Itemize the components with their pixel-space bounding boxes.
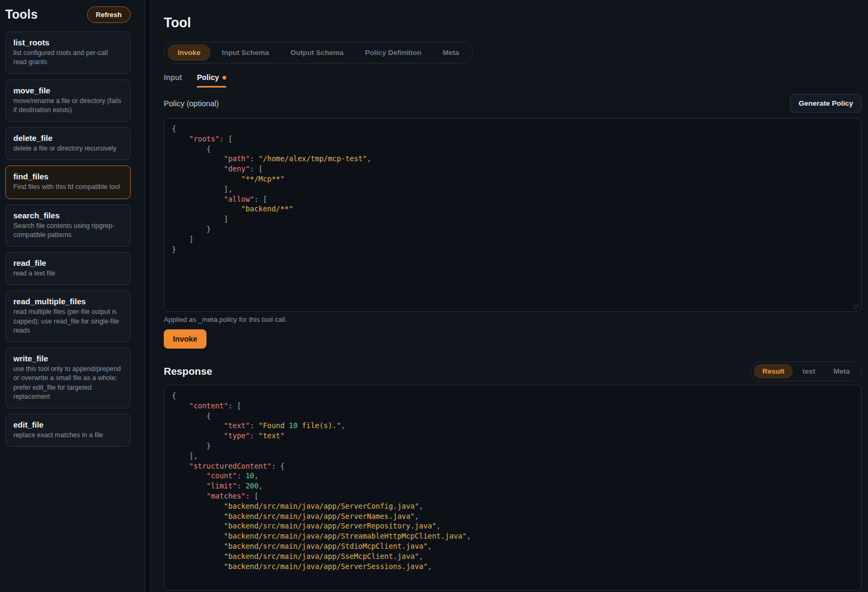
tab-input-schema[interactable]: Input Schema bbox=[212, 44, 280, 61]
response-view-meta[interactable]: Meta bbox=[825, 364, 858, 378]
subtab-label: Input bbox=[164, 73, 182, 82]
tool-description: use this tool only to append/prepend or … bbox=[13, 365, 123, 401]
sidebar-title: Tools bbox=[5, 7, 38, 22]
subtab-label: Policy bbox=[197, 73, 219, 82]
tool-name: delete_file bbox=[13, 133, 123, 143]
policy-section-label: Policy (optional) bbox=[164, 99, 219, 108]
policy-header-row: Policy (optional) Generate Policy bbox=[164, 94, 862, 113]
tab-output-schema[interactable]: Output Schema bbox=[280, 44, 354, 61]
tool-card-delete-file[interactable]: delete_filedelete a file or directory re… bbox=[5, 127, 131, 160]
tool-description: move/rename a file or directory (fails i… bbox=[13, 97, 123, 115]
tool-name: read_multiple_files bbox=[13, 297, 123, 306]
generate-policy-button[interactable]: Generate Policy bbox=[790, 94, 862, 113]
tool-name: find_files bbox=[13, 172, 123, 181]
subtab-policy[interactable]: Policy bbox=[197, 73, 226, 88]
invoke-button[interactable]: Invoke bbox=[164, 329, 206, 349]
response-header-row: Response ResulttextMeta bbox=[164, 361, 862, 381]
tool-card-read-file[interactable]: read_fileread a text file bbox=[5, 252, 131, 285]
response-view-result[interactable]: Result bbox=[754, 364, 793, 378]
tool-description: replace exact matches in a file bbox=[13, 431, 123, 440]
tool-name: edit_file bbox=[13, 420, 123, 429]
tool-card-edit-file[interactable]: edit_filereplace exact matches in a file bbox=[5, 414, 131, 447]
tool-name: write_file bbox=[13, 354, 123, 363]
tool-card-read-multiple-files[interactable]: read_multiple_filesread multiple files (… bbox=[5, 290, 131, 342]
tool-description: Search file contents using ripgrep-compa… bbox=[13, 222, 123, 240]
tool-card-list-roots[interactable]: list_rootslist configured roots and per-… bbox=[5, 31, 131, 74]
tool-name: list_roots bbox=[13, 38, 123, 47]
tool-card-move-file[interactable]: move_filemove/rename a file or directory… bbox=[5, 80, 131, 122]
tab-invoke[interactable]: Invoke bbox=[168, 44, 211, 61]
tab-meta[interactable]: Meta bbox=[433, 44, 469, 61]
response-output: { "content": [ { "text": "Found 10 file(… bbox=[164, 385, 862, 590]
tool-card-find-files[interactable]: find_filesFind files with this fd compat… bbox=[5, 165, 131, 199]
tool-description: delete a file or directory recursively bbox=[13, 144, 123, 153]
policy-editor-content[interactable]: { "roots": [ { "path": "/home/alex/tmp/m… bbox=[172, 124, 854, 254]
page-title: Tool bbox=[164, 15, 862, 30]
response-view-toggle: ResulttextMeta bbox=[751, 361, 862, 381]
tool-tab-bar: InvokeInput SchemaOutput SchemaPolicy De… bbox=[164, 42, 473, 64]
tool-name: move_file bbox=[13, 86, 123, 95]
sidebar-header: Tools Refresh bbox=[5, 6, 131, 23]
tool-description: Find files with this fd compatible tool bbox=[13, 183, 123, 192]
tools-sidebar: Tools Refresh list_rootslist configured … bbox=[0, 0, 145, 592]
tool-description: read multiple files (per-file output is … bbox=[13, 307, 123, 335]
refresh-button[interactable]: Refresh bbox=[87, 6, 131, 23]
tool-card-write-file[interactable]: write_fileuse this tool only to append/p… bbox=[5, 348, 131, 408]
tool-card-search-files[interactable]: search_filesSearch file contents using r… bbox=[5, 204, 131, 247]
tool-list: list_rootslist configured roots and per-… bbox=[5, 31, 131, 447]
response-output-content: { "content": [ { "text": "Found 10 file(… bbox=[172, 391, 854, 571]
response-title: Response bbox=[164, 366, 212, 377]
tool-detail-panel: Tool InvokeInput SchemaOutput SchemaPoli… bbox=[151, 0, 868, 592]
unsaved-changes-dot-icon bbox=[222, 76, 226, 80]
tool-description: list configured roots and per-call read … bbox=[13, 49, 123, 67]
tool-description: read a text file bbox=[13, 269, 123, 278]
policy-note: Applied as _meta.policy for this tool ca… bbox=[164, 315, 862, 323]
subtab-input[interactable]: Input bbox=[164, 73, 182, 88]
invoke-subtab-bar: InputPolicy bbox=[164, 73, 862, 88]
policy-editor[interactable]: { "roots": [ { "path": "/home/alex/tmp/m… bbox=[164, 118, 862, 312]
response-view-text[interactable]: text bbox=[794, 364, 824, 378]
tab-policy-definition[interactable]: Policy Definition bbox=[355, 44, 432, 61]
tool-name: search_files bbox=[13, 211, 123, 220]
sidebar-main-divider bbox=[145, 0, 151, 592]
tool-name: read_file bbox=[13, 258, 123, 267]
